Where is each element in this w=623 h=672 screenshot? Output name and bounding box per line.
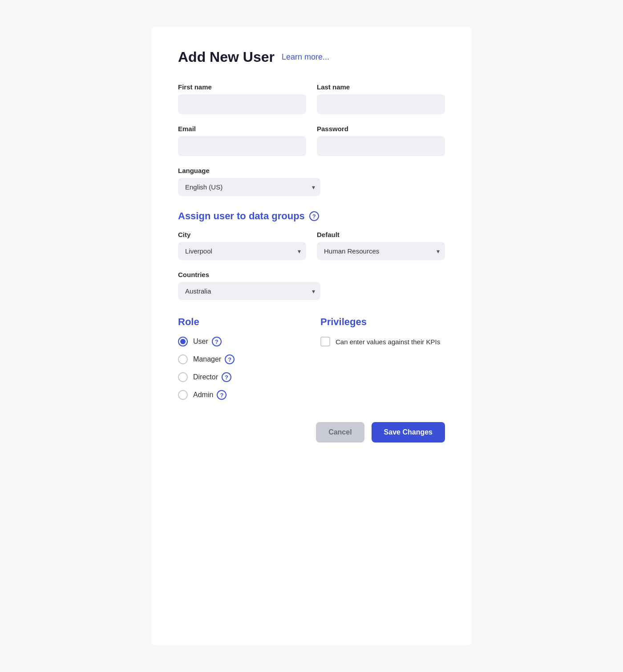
city-label: City: [178, 231, 306, 238]
last-name-label: Last name: [317, 83, 445, 91]
data-groups-title: Assign user to data groups ?: [178, 210, 445, 222]
page-header: Add New User Learn more...: [178, 49, 445, 65]
role-director-help-icon[interactable]: ?: [222, 372, 231, 382]
language-group: Language English (US) English (UK) Frenc…: [178, 167, 320, 196]
role-director-item[interactable]: Director ?: [178, 372, 303, 382]
email-group: Email: [178, 125, 306, 156]
button-row: Cancel Save Changes: [178, 422, 445, 443]
language-row: Language English (US) English (UK) Frenc…: [178, 167, 445, 196]
role-user-help-icon[interactable]: ?: [212, 337, 222, 346]
language-select[interactable]: English (US) English (UK) French German …: [178, 178, 320, 196]
email-label: Email: [178, 125, 306, 133]
first-name-label: First name: [178, 83, 306, 91]
privileges-title: Privileges: [320, 316, 445, 328]
name-row: First name Last name: [178, 83, 445, 114]
language-label: Language: [178, 167, 320, 174]
privilege-kpi-item[interactable]: Can enter values against their KPIs: [320, 337, 445, 346]
default-group: Default Human Resources Finance Engineer…: [317, 231, 445, 260]
role-radio-group: User ? Manager ? Director ?: [178, 337, 303, 400]
role-section: Role User ? Manager ?: [178, 316, 303, 400]
language-select-wrapper: English (US) English (UK) French German …: [178, 178, 320, 196]
role-user-radio[interactable]: [178, 337, 188, 346]
countries-label: Countries: [178, 271, 320, 278]
role-director-label: Director ?: [193, 372, 231, 382]
role-manager-radio[interactable]: [178, 354, 188, 364]
role-title: Role: [178, 316, 303, 328]
last-name-group: Last name: [317, 83, 445, 114]
default-select[interactable]: Human Resources Finance Engineering Mark…: [317, 242, 445, 260]
role-user-item[interactable]: User ?: [178, 337, 303, 346]
save-button[interactable]: Save Changes: [372, 422, 445, 443]
city-group: City Liverpool London Manchester Birming…: [178, 231, 306, 260]
role-user-label: User ?: [193, 337, 222, 346]
city-select[interactable]: Liverpool London Manchester Birmingham: [178, 242, 306, 260]
default-label: Default: [317, 231, 445, 238]
add-user-form: Add New User Learn more... First name La…: [151, 27, 472, 645]
privileges-section: Privileges Can enter values against thei…: [320, 316, 445, 400]
cancel-button[interactable]: Cancel: [316, 422, 364, 443]
role-admin-label: Admin ?: [193, 390, 227, 400]
last-name-input[interactable]: [317, 94, 445, 114]
default-select-wrapper: Human Resources Finance Engineering Mark…: [317, 242, 445, 260]
password-group: Password: [317, 125, 445, 156]
email-input[interactable]: [178, 136, 306, 156]
role-manager-item[interactable]: Manager ?: [178, 354, 303, 364]
role-manager-help-icon[interactable]: ?: [225, 354, 235, 364]
city-select-wrapper: Liverpool London Manchester Birmingham ▾: [178, 242, 306, 260]
countries-row: Countries Australia United Kingdom Unite…: [178, 271, 445, 300]
countries-select-wrapper: Australia United Kingdom United States C…: [178, 282, 320, 300]
privilege-kpi-checkbox[interactable]: [320, 337, 330, 346]
learn-more-link[interactable]: Learn more...: [282, 52, 329, 62]
data-groups-help-icon[interactable]: ?: [309, 211, 319, 221]
city-default-row: City Liverpool London Manchester Birming…: [178, 231, 445, 260]
privilege-kpi-label: Can enter values against their KPIs: [336, 338, 440, 346]
countries-select[interactable]: Australia United Kingdom United States C…: [178, 282, 320, 300]
password-input[interactable]: [317, 136, 445, 156]
role-director-radio[interactable]: [178, 372, 188, 382]
first-name-input[interactable]: [178, 94, 306, 114]
data-groups-section: Assign user to data groups ? City Liverp…: [178, 210, 445, 300]
role-privileges-row: Role User ? Manager ?: [178, 316, 445, 400]
role-admin-item[interactable]: Admin ?: [178, 390, 303, 400]
password-label: Password: [317, 125, 445, 133]
page-title: Add New User: [178, 49, 275, 65]
role-manager-label: Manager ?: [193, 354, 235, 364]
countries-group: Countries Australia United Kingdom Unite…: [178, 271, 320, 300]
email-password-row: Email Password: [178, 125, 445, 156]
role-admin-help-icon[interactable]: ?: [217, 390, 227, 400]
role-admin-radio[interactable]: [178, 390, 188, 400]
first-name-group: First name: [178, 83, 306, 114]
